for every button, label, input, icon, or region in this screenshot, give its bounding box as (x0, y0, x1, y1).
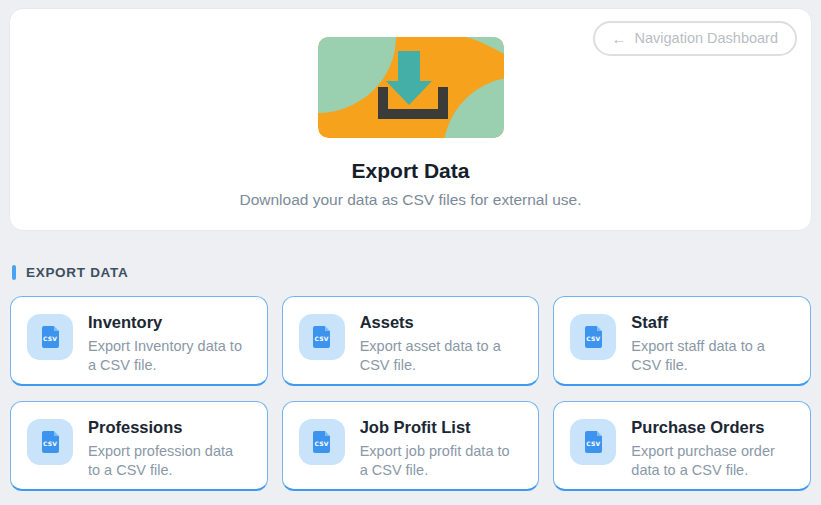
card-description: Export purchase order data to a CSV file… (631, 442, 794, 480)
export-card-professions[interactable]: CSV Professions Export profession data t… (10, 401, 268, 491)
navigation-dashboard-label: Navigation Dashboard (635, 30, 778, 46)
card-title: Purchase Orders (631, 418, 794, 437)
csv-file-icon: CSV (27, 314, 73, 360)
card-title: Staff (631, 313, 794, 332)
csv-file-icon: CSV (570, 314, 616, 360)
section-accent-bar (12, 265, 16, 280)
export-data-header-card: ← Navigation Dashboard Export Data Downl… (9, 8, 812, 231)
csv-file-icon: CSV (570, 419, 616, 465)
export-cards-grid: CSV Inventory Export Inventory data to a… (0, 280, 821, 491)
card-description: Export staff data to a CSV file. (631, 337, 794, 375)
card-title: Assets (360, 313, 523, 332)
card-title: Job Profit List (360, 418, 523, 437)
page-title: Export Data (10, 159, 811, 183)
csv-file-icon: CSV (299, 419, 345, 465)
csv-icon-label: CSV (585, 440, 602, 447)
export-card-staff[interactable]: CSV Staff Export staff data to a CSV fil… (553, 296, 811, 386)
csv-file-icon: CSV (27, 419, 73, 465)
back-arrow-icon: ← (612, 31, 627, 46)
csv-icon-label: CSV (313, 335, 330, 342)
csv-icon-label: CSV (585, 335, 602, 342)
csv-file-icon: CSV (299, 314, 345, 360)
download-illustration (318, 37, 504, 138)
card-description: Export profession data to a CSV file. (88, 442, 251, 480)
card-title: Inventory (88, 313, 251, 332)
card-description: Export job profit data to a CSV file. (360, 442, 523, 480)
csv-icon-label: CSV (313, 440, 330, 447)
card-title: Professions (88, 418, 251, 437)
section-label: EXPORT DATA (26, 265, 128, 280)
csv-icon-label: CSV (42, 440, 59, 447)
export-card-job-profit-list[interactable]: CSV Job Profit List Export job profit da… (282, 401, 540, 491)
card-description: Export asset data to a CSV file. (360, 337, 523, 375)
export-data-section-heading: EXPORT DATA (12, 265, 821, 280)
card-description: Export Inventory data to a CSV file. (88, 337, 251, 375)
export-card-assets[interactable]: CSV Assets Export asset data to a CSV fi… (282, 296, 540, 386)
export-card-purchase-orders[interactable]: CSV Purchase Orders Export purchase orde… (553, 401, 811, 491)
export-card-inventory[interactable]: CSV Inventory Export Inventory data to a… (10, 296, 268, 386)
csv-icon-label: CSV (42, 335, 59, 342)
navigation-dashboard-button[interactable]: ← Navigation Dashboard (593, 21, 797, 56)
page-subtitle: Download your data as CSV files for exte… (10, 191, 811, 209)
